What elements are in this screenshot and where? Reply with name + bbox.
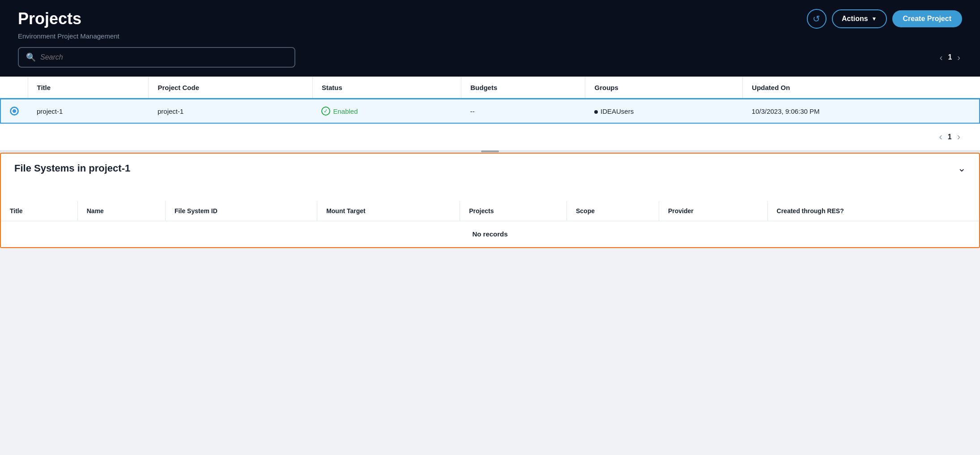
page-number-top: 1: [948, 53, 952, 61]
fs-col-name: Name: [77, 201, 165, 221]
col-updated-on: Updated On: [743, 77, 980, 99]
table-row[interactable]: project-1 project-1 ✓ Enabled -- IDEAUse…: [0, 99, 980, 123]
actions-label: Actions: [842, 15, 868, 23]
collapse-chevron-icon: ⌄: [958, 163, 966, 174]
bullet-icon: [594, 110, 598, 114]
pagination-bottom: ‹ 1 ›: [0, 124, 980, 150]
status-label: Enabled: [333, 107, 358, 115]
fs-col-title: Title: [1, 201, 77, 221]
file-systems-title: File Systems in project-1: [14, 163, 130, 174]
page-title: Projects: [18, 9, 81, 28]
col-status: Status: [312, 77, 461, 99]
search-input[interactable]: [40, 53, 287, 61]
file-systems-panel: File Systems in project-1 ⌄ Title Name F…: [0, 153, 980, 248]
cell-updated-on: 10/3/2023, 9:06:30 PM: [743, 99, 980, 123]
table-wrapper: Title Project Code Status Budgets Groups…: [0, 77, 980, 124]
cell-budgets: --: [461, 99, 585, 123]
cell-title: project-1: [28, 99, 149, 123]
fs-col-projects: Projects: [460, 201, 567, 221]
fs-table-empty-space: [1, 183, 979, 201]
collapse-button[interactable]: ⌄: [958, 163, 966, 174]
header: Projects ↺ Actions ▼ Create Project Envi…: [0, 0, 980, 77]
fs-col-provider: Provider: [659, 201, 767, 221]
fs-table-header-row: Title Name File System ID Mount Target P…: [1, 201, 979, 221]
chevron-down-icon: ▼: [872, 16, 877, 22]
cell-groups: IDEAUsers: [585, 99, 743, 123]
refresh-button[interactable]: ↺: [807, 9, 827, 29]
file-systems-header: File Systems in project-1 ⌄: [1, 154, 979, 183]
file-systems-table-area: Title Name File System ID Mount Target P…: [1, 183, 979, 247]
chevron-left-icon: ‹: [940, 52, 943, 62]
status-enabled: ✓ Enabled: [321, 107, 452, 116]
status-check-icon: ✓: [321, 107, 330, 116]
cell-status: ✓ Enabled: [312, 99, 461, 123]
page-subtitle: Environment Project Management: [18, 32, 962, 40]
cell-project-code: project-1: [149, 99, 313, 123]
radio-selected-indicator: [10, 107, 19, 116]
pagination-top: ‹ 1 ›: [938, 52, 962, 63]
fs-col-file-system-id: File System ID: [166, 201, 317, 221]
create-project-button[interactable]: Create Project: [892, 10, 963, 27]
col-budgets: Budgets: [461, 77, 585, 99]
actions-button[interactable]: Actions ▼: [832, 9, 887, 28]
search-bar[interactable]: 🔍: [18, 47, 295, 68]
col-project-code: Project Code: [149, 77, 313, 99]
file-systems-table: Title Name File System ID Mount Target P…: [1, 201, 979, 247]
header-actions: ↺ Actions ▼ Create Project: [807, 9, 962, 29]
next-page-button-top[interactable]: ›: [955, 52, 962, 63]
chevron-right-icon: ›: [957, 52, 960, 62]
next-page-button-bottom[interactable]: ›: [955, 131, 962, 143]
projects-table-section: Title Project Code Status Budgets Groups…: [0, 77, 980, 124]
projects-table: Title Project Code Status Budgets Groups…: [0, 77, 980, 124]
prev-page-button-top[interactable]: ‹: [938, 52, 945, 63]
divider-handle[interactable]: [481, 150, 499, 152]
refresh-icon: ↺: [813, 13, 820, 24]
fs-col-mount-target: Mount Target: [317, 201, 460, 221]
page-number-bottom: 1: [948, 133, 952, 141]
fs-no-records-row: No records: [1, 221, 979, 247]
prev-page-button-bottom[interactable]: ‹: [937, 131, 944, 143]
row-radio[interactable]: [0, 99, 28, 123]
col-title: Title: [28, 77, 149, 99]
table-header-row: Title Project Code Status Budgets Groups…: [0, 77, 980, 99]
search-icon: 🔍: [26, 52, 36, 62]
fs-col-scope: Scope: [567, 201, 659, 221]
search-row: 🔍 ‹ 1 ›: [18, 47, 962, 68]
no-records-label: No records: [1, 221, 979, 247]
col-groups: Groups: [585, 77, 743, 99]
col-select: [0, 77, 28, 99]
fs-col-created-through-res: Created through RES?: [767, 201, 979, 221]
